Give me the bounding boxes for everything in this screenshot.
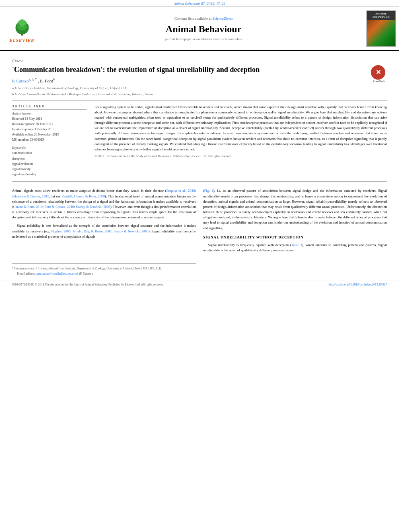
email-person: (P. Carazo). bbox=[79, 272, 93, 275]
article-info-heading: ARTICLE INFO bbox=[12, 105, 86, 110]
body-paragraph-2-continued: (Fig. 1), i.e. as an observed pattern of… bbox=[203, 188, 387, 230]
cover-title-line1: ANIMAL bbox=[368, 12, 395, 15]
cover-title: ANIMAL BEHAVIOUR bbox=[367, 11, 395, 20]
final-acceptance-date: Final acceptance 3 October 2013 bbox=[12, 127, 86, 131]
journal-title: Animal Behaviour bbox=[166, 24, 242, 35]
article-type-label: Essay bbox=[12, 58, 387, 63]
keyword-3: signal evolution bbox=[12, 162, 86, 166]
two-column-body: Animal signals must allow receivers to m… bbox=[12, 188, 387, 277]
abstract-body: For a signalling system to be stable, si… bbox=[95, 105, 387, 152]
available-online-date: Available online 26 November 2013 bbox=[12, 132, 86, 137]
abstract-column: For a signalling system to be stable, si… bbox=[95, 105, 387, 178]
crossmark-badge[interactable]: ✕ CrossMark bbox=[371, 65, 387, 81]
journal-header: ELSEVIER Contents lists available at Sci… bbox=[0, 7, 399, 51]
authors-line: P. Carazoa, b, * , E. Fontb bbox=[12, 78, 387, 83]
ref-rendall[interactable]: Rendall, Owren, & Ryan, 2009 bbox=[62, 194, 105, 198]
elsevier-logo: ELSEVIER bbox=[10, 15, 35, 43]
ref-hughes[interactable]: Hughes, 2000 bbox=[51, 229, 70, 233]
affiliations-block: a Edward Grey Institute, Department of Z… bbox=[12, 86, 387, 97]
ref-proulx[interactable]: Proulx, Day, & Rowe, 2002 bbox=[72, 229, 111, 233]
body-column-left: Animal signals must allow receivers to m… bbox=[12, 188, 196, 277]
main-article-content: Animal signals must allow receivers to m… bbox=[0, 182, 399, 281]
keyword-1: communication bbox=[12, 151, 86, 155]
received-date: Received 13 May 2013 bbox=[12, 117, 86, 121]
copyright-notice: © 2013 The Association for the Study of … bbox=[95, 154, 387, 158]
body-paragraph-3: Signal unreliability is frequently equat… bbox=[203, 242, 387, 253]
journal-title-area: Contents lists available at ScienceDirec… bbox=[44, 7, 363, 50]
article-title-text: 'Communication breakdown': the evolution… bbox=[12, 66, 259, 74]
cover-photo bbox=[367, 20, 395, 46]
section-heading-unreliability: SIGNAL UNRELIABILITY WITHOUT DECEPTION bbox=[203, 235, 387, 240]
journal-ref-text: Animal Behaviour 87 (2014) 17–22 bbox=[174, 2, 225, 6]
ref-fig1[interactable]: Fig. 1 bbox=[204, 189, 213, 193]
initial-acceptance-date: Initial acceptance 28 June 2013 bbox=[12, 122, 86, 126]
author-separator: , E. Font bbox=[38, 78, 53, 83]
ref-searcy[interactable]: Searcy & Nowicki, 2005 bbox=[76, 205, 111, 209]
journal-reference-bar: Animal Behaviour 87 (2014) 17–22 bbox=[0, 0, 399, 7]
ref-enquist[interactable]: Enquist et al., 2010 bbox=[167, 189, 195, 193]
ms-number: MS. number: 13-00402R bbox=[12, 138, 86, 142]
keywords-block: Keywords: communication deception signal… bbox=[12, 146, 86, 177]
ref-table1[interactable]: Table 1 bbox=[291, 243, 302, 247]
affiliation-a: a Edward Grey Institute, Department of Z… bbox=[12, 86, 387, 91]
author1-name[interactable]: P. Carazo bbox=[12, 78, 29, 83]
keywords-label: Keywords: bbox=[12, 146, 86, 150]
keyword-2: deception bbox=[12, 156, 86, 161]
author1-sup: a, b, * bbox=[29, 78, 37, 81]
contents-text: Contents lists available at bbox=[175, 16, 212, 21]
footnote-block: * Correspondence: P. Carazo, Edward Grey… bbox=[12, 266, 196, 276]
keyword-4: signal honesty bbox=[12, 167, 86, 171]
email-label: E-mail address: bbox=[17, 272, 36, 275]
article-info-column: ARTICLE INFO Article history: Received 1… bbox=[12, 105, 86, 178]
affiliation-b: b Instituto Cavanilles de Biodiversidad … bbox=[12, 92, 387, 97]
email-address[interactable]: pau.carazoferrandis@zoo.ox.ac.uk bbox=[37, 272, 78, 275]
article-info-abstract-section: ARTICLE INFO Article history: Received 1… bbox=[12, 100, 387, 178]
footnote-email: E-mail address: pau.carazoferrandis@zoo.… bbox=[12, 271, 196, 276]
doi-link[interactable]: http://dx.doi.org/10.1016/j.anbehav.2013… bbox=[329, 283, 387, 286]
article-history-label: Article history: bbox=[12, 112, 86, 115]
journal-cover-area: ANIMAL BEHAVIOUR bbox=[363, 7, 399, 50]
article-header-section: Essay 'Communication breakdown': the evo… bbox=[0, 51, 399, 181]
footnote-section: * Correspondence: P. Carazo, Edward Grey… bbox=[12, 263, 196, 276]
footnote-correspondence: * Correspondence: P. Carazo, Edward Grey… bbox=[12, 266, 196, 271]
crossmark-icon: ✕ bbox=[371, 65, 385, 80]
cover-title-line2: BEHAVIOUR bbox=[368, 15, 395, 18]
contents-available-line: Contents lists available at ScienceDirec… bbox=[175, 16, 233, 21]
keyword-5: signal unreliability bbox=[12, 172, 86, 177]
journal-cover-image: ANIMAL BEHAVIOUR bbox=[366, 10, 396, 47]
elsevier-tree-icon bbox=[10, 15, 34, 37]
bottom-footer-bar: 0003-3472/$38.00 © 2013 The Association … bbox=[0, 281, 399, 288]
article-title: 'Communication breakdown': the evolution… bbox=[12, 65, 387, 74]
body-paragraph-2: Signal reliability is best formalized as… bbox=[12, 223, 196, 239]
ref-font[interactable]: Font & Carazo, 2010 bbox=[45, 205, 74, 209]
author2-sup: b bbox=[53, 78, 55, 81]
body-paragraph-1: Animal signals must allow receivers to m… bbox=[12, 188, 196, 220]
body-column-right: (Fig. 1), i.e. as an observed pattern of… bbox=[203, 188, 387, 277]
issn-copyright: 0003-3472/$38.00 © 2013 The Association … bbox=[12, 283, 164, 286]
sciencedirect-link[interactable]: ScienceDirect bbox=[212, 16, 232, 21]
crossmark-label: CrossMark bbox=[371, 80, 387, 83]
ref-johnstone[interactable]: Johnstone & Grafen, 1993 bbox=[12, 194, 49, 198]
elsevier-wordmark: ELSEVIER bbox=[10, 38, 35, 43]
ref-carazo[interactable]: Carazo & Font, 2010 bbox=[13, 205, 43, 209]
page: Animal Behaviour 87 (2014) 17–22 ELSEVIE… bbox=[0, 0, 399, 532]
journal-homepage: journal homepage: www.elsevier.com/locat… bbox=[165, 37, 242, 41]
publisher-logo-area: ELSEVIER bbox=[0, 7, 44, 50]
ref-searcy2[interactable]: Searcy & Nowicki, 2005 bbox=[114, 229, 148, 233]
